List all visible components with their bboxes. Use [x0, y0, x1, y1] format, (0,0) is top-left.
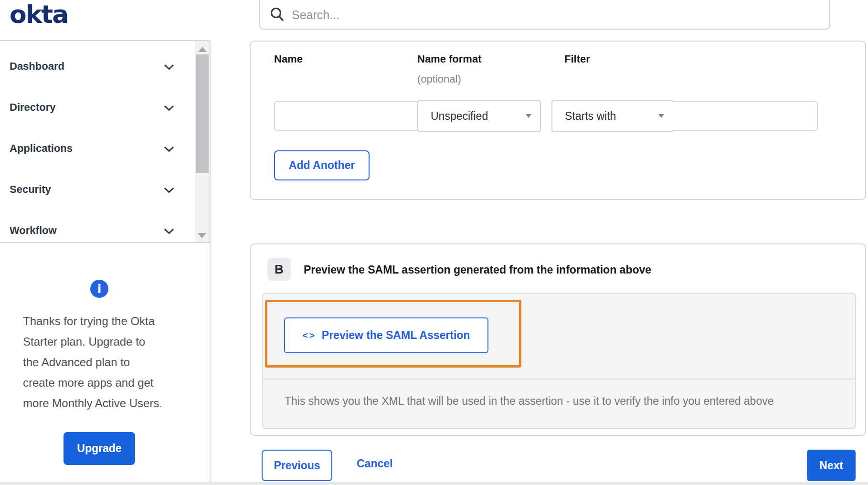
chevron-down-icon — [164, 63, 174, 72]
chevron-down-icon — [164, 146, 174, 154]
preview-help-text: This shows you the XML that will be used… — [285, 395, 773, 408]
search-icon — [270, 7, 284, 24]
sidebar-item-label: Security — [10, 183, 51, 196]
previous-button[interactable]: Previous — [262, 450, 332, 481]
upsell-line: more Monthly Active Users. — [23, 393, 164, 413]
upsell-line: Thanks for trying the Okta — [23, 311, 164, 331]
page-bottom-strip — [0, 482, 868, 485]
attribute-statements-card: Name Name format (optional) Filter Unspe… — [250, 41, 866, 200]
sidebar-item-workflow[interactable]: Workflow — [0, 210, 210, 251]
sidebar-item-directory[interactable]: Directory — [0, 87, 210, 128]
saml-preview-card: B Preview the SAML assertion generated f… — [250, 243, 866, 436]
upsell-line: create more apps and get — [23, 372, 164, 393]
upsell-message: Thanks for trying the Okta Starter plan.… — [23, 311, 164, 413]
sidebar: Dashboard Directory Applications Securit… — [0, 40, 211, 485]
section-b-title: Preview the SAML assertion generated fro… — [304, 264, 651, 276]
chevron-down-icon — [164, 228, 174, 236]
sidebar-item-label: Applications — [10, 142, 73, 155]
name-format-selected-value: Unspecified — [431, 110, 488, 123]
scroll-down-arrow-icon[interactable] — [198, 233, 206, 238]
sidebar-item-label: Workflow — [10, 224, 57, 237]
optional-sublabel: (optional) — [417, 73, 461, 85]
highlight-annotation-box — [265, 300, 521, 368]
name-format-column-label: Name format — [417, 53, 481, 65]
scroll-up-arrow-icon[interactable] — [198, 47, 207, 52]
filter-type-selected-value: Starts with — [565, 110, 616, 123]
section-b-badge: B — [267, 258, 291, 281]
upgrade-button[interactable]: Upgrade — [64, 432, 135, 465]
chevron-down-icon — [164, 105, 174, 113]
cancel-link[interactable]: Cancel — [357, 457, 392, 470]
sidebar-scrollbar[interactable] — [195, 41, 210, 242]
attribute-name-input[interactable] — [274, 101, 418, 131]
okta-logo: okta — [10, 0, 68, 29]
sidebar-item-label: Directory — [10, 101, 56, 114]
info-icon: i — [90, 280, 108, 298]
sidebar-item-security[interactable]: Security — [0, 169, 210, 210]
sidebar-nav: Dashboard Directory Applications Securit… — [0, 41, 210, 243]
scrollbar-thumb[interactable] — [196, 54, 209, 173]
sidebar-item-label: Dashboard — [10, 60, 64, 73]
search-input[interactable] — [291, 6, 829, 24]
filter-type-select[interactable]: Starts with — [551, 100, 674, 132]
upsell-line: the Advanced plan to — [23, 352, 164, 372]
select-caret-icon — [526, 114, 531, 118]
next-button[interactable]: Next — [807, 450, 856, 481]
sidebar-item-dashboard[interactable]: Dashboard — [0, 46, 210, 87]
sidebar-item-applications[interactable]: Applications — [0, 128, 210, 169]
chevron-down-icon — [164, 187, 174, 195]
filter-value-input[interactable] — [673, 101, 818, 131]
name-format-select[interactable]: Unspecified — [417, 100, 541, 132]
panel-divider — [263, 379, 855, 380]
add-another-button[interactable]: Add Another — [274, 150, 370, 180]
global-search[interactable] — [259, 0, 830, 30]
select-caret-icon — [658, 114, 664, 118]
filter-column-label: Filter — [564, 53, 590, 65]
upsell-line: Starter plan. Upgrade to — [23, 331, 164, 352]
name-column-label: Name — [274, 53, 303, 65]
